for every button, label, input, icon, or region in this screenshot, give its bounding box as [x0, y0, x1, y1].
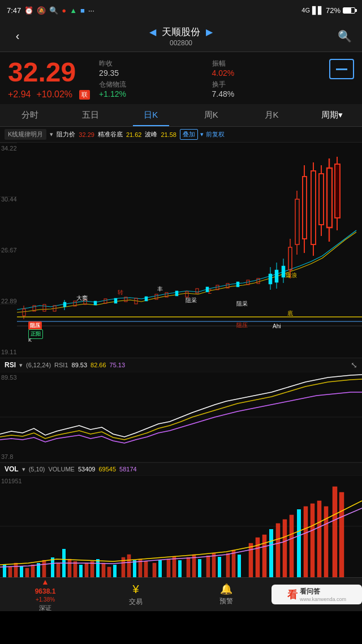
- rsi-corner-icon[interactable]: ⤡: [351, 360, 357, 370]
- kline-zuli-label: 阻力价: [57, 130, 75, 139]
- kanwenda-label: 看问答: [300, 587, 346, 596]
- nav-trade-label: 交易: [129, 597, 143, 607]
- main-k-chart: 34.22 30.44 26.67 22.89 19.11 25.832 23.…: [0, 143, 362, 358]
- diejia-arrow[interactable]: ▾: [200, 131, 204, 138]
- kline-bofeng-value: 21.58: [161, 131, 176, 138]
- search-button[interactable]: 🔍: [336, 29, 353, 43]
- svg-rect-117: [311, 504, 314, 577]
- status-right: 4G ▋▋ 72%: [301, 6, 355, 15]
- price-change-value: +2.94: [8, 89, 31, 100]
- svg-rect-113: [283, 520, 287, 577]
- tab-yuek[interactable]: 月K: [242, 104, 302, 126]
- rsi-params: (6,12,24): [26, 362, 51, 368]
- svg-rect-70: [8, 567, 12, 577]
- svg-rect-74: [31, 565, 35, 577]
- svg-rect-71: [14, 563, 18, 577]
- nav-shenzhen[interactable]: ▲ 9638.1 +1.38% 深证: [0, 577, 90, 612]
- svg-rect-80: [68, 559, 71, 577]
- vol-ma1-value: 69545: [98, 466, 116, 473]
- kline-rule-arrow[interactable]: ▾: [50, 131, 53, 138]
- tab-zhouqi[interactable]: 周期▾: [301, 104, 362, 126]
- turnover-value: 7.48%: [212, 89, 320, 98]
- annotation-dajv: 大窦: [76, 294, 88, 302]
- rsi3-value: 75.13: [110, 362, 126, 368]
- amplitude: 振幅 4.02%: [212, 59, 320, 78]
- vol-arrow[interactable]: ▾: [22, 466, 25, 473]
- rsi-arrow[interactable]: ▾: [19, 362, 23, 369]
- svg-rect-103: [212, 553, 216, 577]
- rsi-name: RSI: [5, 361, 16, 369]
- svg-rect-29: [269, 274, 272, 284]
- svg-rect-81: [74, 561, 77, 577]
- svg-rect-7: [63, 302, 66, 307]
- status-left: 7:47 ⏰ 🔕 🔍 ● ▲ ■ ···: [7, 6, 94, 15]
- stock-code: 002800: [26, 39, 336, 47]
- svg-rect-73: [25, 568, 29, 577]
- kline-toolbar: K线规律明月 ▾ 阻力价 32.29 精准谷底 21.62 波峰 21.58 叠…: [0, 127, 362, 143]
- yest-close-value: 29.35: [99, 68, 207, 78]
- vol-y-high: 101951: [1, 478, 22, 484]
- battery-pct: 72%: [326, 6, 341, 15]
- svg-rect-88: [113, 565, 117, 577]
- signal-bars: ▋▋: [312, 6, 324, 15]
- svg-rect-104: [218, 557, 221, 577]
- svg-rect-115: [297, 509, 301, 577]
- svg-rect-90: [127, 555, 131, 577]
- nav-triangle-icon: ▲: [41, 577, 49, 586]
- app-icon-2: ▲: [70, 6, 77, 15]
- annotation-zuli2: 阻压: [236, 321, 248, 329]
- tab-rik[interactable]: 日K: [120, 104, 181, 126]
- kline-rule-button[interactable]: K线规律明月: [5, 129, 46, 140]
- svg-rect-110: [262, 535, 266, 577]
- svg-rect-120: [333, 487, 337, 577]
- svg-rect-98: [178, 560, 182, 577]
- chart-tabs: 分时 五日 日K 周K 月K 周期▾: [0, 104, 362, 127]
- svg-rect-95: [158, 560, 162, 577]
- kline-bofeng-label: 波峰: [145, 130, 157, 139]
- tab-zhouk[interactable]: 周K: [181, 104, 242, 126]
- kline-zuli-value: 32.29: [79, 131, 94, 138]
- svg-rect-105: [226, 553, 230, 577]
- nav-kanwenda[interactable]: 看 看问答 www.kanwenda.com: [272, 585, 362, 604]
- svg-rect-14: [114, 298, 117, 303]
- svg-rect-85: [96, 559, 100, 577]
- price-changes: +2.94 +10.02% 联: [8, 89, 90, 100]
- next-arrow[interactable]: ▶: [206, 27, 213, 37]
- kline-gudi-label: 精准谷底: [98, 130, 123, 139]
- vol-params: (5,10): [29, 466, 45, 473]
- nav-alert[interactable]: 🔔 预警: [181, 583, 272, 606]
- box-icon[interactable]: [329, 59, 354, 79]
- mute-icon: 🔕: [37, 6, 46, 15]
- svg-rect-93: [144, 561, 148, 577]
- svg-rect-106: [232, 550, 235, 577]
- kline-gudi-value: 21.62: [126, 131, 142, 138]
- tab-fenshi[interactable]: 分时: [0, 104, 61, 126]
- nav-trade[interactable]: ¥ 交易: [90, 583, 181, 607]
- signal-zuli: 阻压: [28, 321, 42, 330]
- svg-rect-86: [102, 563, 105, 577]
- svg-rect-77: [51, 557, 54, 577]
- kline-right-opts: 叠加 ▾ 前复权: [180, 129, 225, 140]
- alert-icon: 🔔: [220, 583, 232, 595]
- svg-rect-96: [167, 559, 170, 577]
- annotation-feng: 丰: [157, 285, 163, 293]
- battery-icon: [343, 7, 355, 14]
- y-label-5: 19.11: [1, 349, 17, 355]
- svg-rect-101: [198, 559, 201, 577]
- storage: 仓储物流 +1.12%: [99, 80, 207, 98]
- amplitude-value: 4.02%: [212, 68, 320, 78]
- kanwenda-url: www.kanwenda.com: [300, 596, 346, 602]
- annotation-bao: 爆浪: [286, 272, 297, 280]
- prev-arrow[interactable]: ◀: [149, 27, 156, 37]
- diejia-button[interactable]: 叠加: [180, 129, 198, 140]
- svg-rect-112: [276, 523, 280, 577]
- back-button[interactable]: ‹: [9, 29, 26, 42]
- app-icon-1: ●: [62, 6, 66, 15]
- tab-wuri[interactable]: 五日: [61, 104, 121, 126]
- rsi-chart: 89.53 37.8: [0, 372, 362, 462]
- annotation-ahi: Ahi: [273, 323, 281, 329]
- svg-rect-111: [269, 529, 273, 577]
- trade-icon: ¥: [132, 583, 139, 596]
- fuquan-button[interactable]: 前复权: [206, 130, 225, 139]
- svg-rect-83: [85, 563, 88, 577]
